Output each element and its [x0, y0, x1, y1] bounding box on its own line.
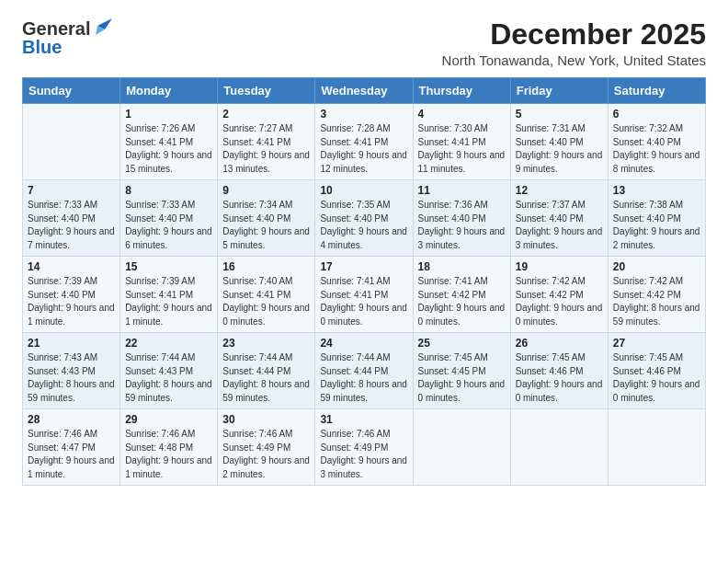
cell-info: Sunrise: 7:28 AMSunset: 4:41 PMDaylight:… — [320, 123, 407, 174]
week-row-5: 28Sunrise: 7:46 AMSunset: 4:47 PMDayligh… — [23, 409, 706, 486]
day-number: 30 — [222, 413, 310, 426]
cell-info: Sunrise: 7:44 AMSunset: 4:44 PMDaylight:… — [320, 352, 407, 403]
week-row-4: 21Sunrise: 7:43 AMSunset: 4:43 PMDayligh… — [23, 333, 706, 409]
day-number: 8 — [125, 184, 212, 197]
cell-info: Sunrise: 7:39 AMSunset: 4:41 PMDaylight:… — [125, 276, 212, 327]
day-number: 1 — [125, 108, 212, 121]
cell-info: Sunrise: 7:37 AMSunset: 4:40 PMDaylight:… — [516, 200, 603, 250]
calendar-cell: 2Sunrise: 7:27 AMSunset: 4:41 PMDaylight… — [218, 104, 315, 180]
calendar-cell: 26Sunrise: 7:45 AMSunset: 4:46 PMDayligh… — [510, 333, 608, 409]
cell-info: Sunrise: 7:40 AMSunset: 4:41 PMDaylight:… — [222, 276, 310, 327]
calendar-cell: 3Sunrise: 7:28 AMSunset: 4:41 PMDaylight… — [315, 104, 413, 180]
calendar-cell: 25Sunrise: 7:45 AMSunset: 4:45 PMDayligh… — [413, 333, 510, 409]
main-title: December 2025 — [442, 18, 706, 51]
cell-info: Sunrise: 7:27 AMSunset: 4:41 PMDaylight:… — [222, 123, 310, 174]
calendar-cell: 15Sunrise: 7:39 AMSunset: 4:41 PMDayligh… — [120, 257, 218, 333]
cell-info: Sunrise: 7:42 AMSunset: 4:42 PMDaylight:… — [516, 276, 603, 327]
cell-info: Sunrise: 7:44 AMSunset: 4:44 PMDaylight:… — [222, 352, 310, 403]
cell-info: Sunrise: 7:30 AMSunset: 4:41 PMDaylight:… — [418, 123, 506, 174]
calendar-cell: 13Sunrise: 7:38 AMSunset: 4:40 PMDayligh… — [608, 180, 705, 257]
cell-info: Sunrise: 7:45 AMSunset: 4:46 PMDaylight:… — [516, 352, 603, 403]
calendar-cell: 12Sunrise: 7:37 AMSunset: 4:40 PMDayligh… — [510, 180, 608, 257]
cell-info: Sunrise: 7:33 AMSunset: 4:40 PMDaylight:… — [125, 200, 212, 250]
title-block: December 2025 North Tonawanda, New York,… — [442, 18, 706, 68]
logo-blue: Blue — [22, 37, 62, 57]
calendar-cell: 4Sunrise: 7:30 AMSunset: 4:41 PMDaylight… — [413, 104, 510, 180]
day-number: 2 — [222, 108, 310, 121]
day-number: 25 — [418, 337, 506, 350]
cell-info: Sunrise: 7:45 AMSunset: 4:45 PMDaylight:… — [418, 352, 506, 403]
day-number: 21 — [28, 337, 115, 350]
day-number: 14 — [28, 260, 115, 273]
cell-info: Sunrise: 7:32 AMSunset: 4:40 PMDaylight:… — [613, 123, 700, 174]
cell-info: Sunrise: 7:42 AMSunset: 4:42 PMDaylight:… — [613, 276, 700, 327]
calendar-cell: 24Sunrise: 7:44 AMSunset: 4:44 PMDayligh… — [315, 333, 413, 409]
header-day-thursday: Thursday — [413, 78, 510, 104]
calendar-cell: 8Sunrise: 7:33 AMSunset: 4:40 PMDaylight… — [120, 180, 218, 257]
day-number: 13 — [613, 184, 700, 197]
day-number: 16 — [222, 260, 310, 273]
day-number: 29 — [125, 413, 212, 426]
day-number: 10 — [320, 184, 407, 197]
day-number: 17 — [320, 260, 407, 273]
header-day-friday: Friday — [510, 78, 608, 104]
calendar-cell: 6Sunrise: 7:32 AMSunset: 4:40 PMDaylight… — [608, 104, 705, 180]
day-number: 18 — [418, 260, 506, 273]
calendar-cell: 27Sunrise: 7:45 AMSunset: 4:46 PMDayligh… — [608, 333, 705, 409]
week-row-2: 7Sunrise: 7:33 AMSunset: 4:40 PMDaylight… — [23, 180, 706, 257]
calendar-cell — [413, 409, 510, 486]
calendar-cell: 20Sunrise: 7:42 AMSunset: 4:42 PMDayligh… — [608, 257, 705, 333]
cell-info: Sunrise: 7:39 AMSunset: 4:40 PMDaylight:… — [28, 276, 115, 327]
cell-info: Sunrise: 7:46 AMSunset: 4:49 PMDaylight:… — [320, 429, 407, 479]
calendar-cell — [23, 104, 120, 180]
calendar-cell: 19Sunrise: 7:42 AMSunset: 4:42 PMDayligh… — [510, 257, 608, 333]
day-number: 31 — [320, 413, 407, 426]
day-number: 5 — [516, 108, 603, 121]
cell-info: Sunrise: 7:35 AMSunset: 4:40 PMDaylight:… — [320, 200, 407, 250]
cell-info: Sunrise: 7:31 AMSunset: 4:40 PMDaylight:… — [516, 123, 603, 174]
header-day-saturday: Saturday — [608, 78, 705, 104]
cell-info: Sunrise: 7:46 AMSunset: 4:48 PMDaylight:… — [125, 429, 212, 479]
calendar-cell — [510, 409, 608, 486]
day-number: 27 — [613, 337, 700, 350]
cell-info: Sunrise: 7:46 AMSunset: 4:47 PMDaylight:… — [28, 429, 115, 479]
header: General Blue December 2025 North Tonawan… — [22, 18, 706, 68]
calendar-cell: 29Sunrise: 7:46 AMSunset: 4:48 PMDayligh… — [120, 409, 218, 486]
calendar-cell: 31Sunrise: 7:46 AMSunset: 4:49 PMDayligh… — [315, 409, 413, 486]
cell-info: Sunrise: 7:41 AMSunset: 4:41 PMDaylight:… — [320, 276, 407, 327]
cell-info: Sunrise: 7:33 AMSunset: 4:40 PMDaylight:… — [28, 200, 115, 250]
header-row: SundayMondayTuesdayWednesdayThursdayFrid… — [23, 78, 706, 104]
calendar-cell: 1Sunrise: 7:26 AMSunset: 4:41 PMDaylight… — [120, 104, 218, 180]
day-number: 12 — [516, 184, 603, 197]
calendar-cell: 11Sunrise: 7:36 AMSunset: 4:40 PMDayligh… — [413, 180, 510, 257]
day-number: 11 — [418, 184, 506, 197]
header-day-sunday: Sunday — [23, 78, 120, 104]
header-day-tuesday: Tuesday — [218, 78, 315, 104]
subtitle: North Tonawanda, New York, United States — [442, 52, 706, 68]
day-number: 23 — [222, 337, 310, 350]
calendar-cell: 5Sunrise: 7:31 AMSunset: 4:40 PMDaylight… — [510, 104, 608, 180]
cell-info: Sunrise: 7:41 AMSunset: 4:42 PMDaylight:… — [418, 276, 506, 327]
day-number: 26 — [516, 337, 603, 350]
week-row-1: 1Sunrise: 7:26 AMSunset: 4:41 PMDaylight… — [23, 104, 706, 180]
logo-general: General — [22, 18, 90, 39]
day-number: 6 — [613, 108, 700, 121]
calendar-cell: 21Sunrise: 7:43 AMSunset: 4:43 PMDayligh… — [23, 333, 120, 409]
header-day-monday: Monday — [120, 78, 218, 104]
calendar-cell: 30Sunrise: 7:46 AMSunset: 4:49 PMDayligh… — [218, 409, 315, 486]
day-number: 7 — [28, 184, 115, 197]
calendar-cell: 17Sunrise: 7:41 AMSunset: 4:41 PMDayligh… — [315, 257, 413, 333]
calendar-cell: 16Sunrise: 7:40 AMSunset: 4:41 PMDayligh… — [218, 257, 315, 333]
cell-info: Sunrise: 7:38 AMSunset: 4:40 PMDaylight:… — [613, 200, 700, 250]
day-number: 28 — [28, 413, 115, 426]
logo-bird-icon — [92, 18, 112, 35]
calendar-cell: 7Sunrise: 7:33 AMSunset: 4:40 PMDaylight… — [23, 180, 120, 257]
day-number: 19 — [516, 260, 603, 273]
cell-info: Sunrise: 7:34 AMSunset: 4:40 PMDaylight:… — [222, 200, 310, 250]
day-number: 22 — [125, 337, 212, 350]
calendar-cell: 18Sunrise: 7:41 AMSunset: 4:42 PMDayligh… — [413, 257, 510, 333]
day-number: 20 — [613, 260, 700, 273]
day-number: 24 — [320, 337, 407, 350]
day-number: 9 — [222, 184, 310, 197]
calendar-cell: 14Sunrise: 7:39 AMSunset: 4:40 PMDayligh… — [23, 257, 120, 333]
